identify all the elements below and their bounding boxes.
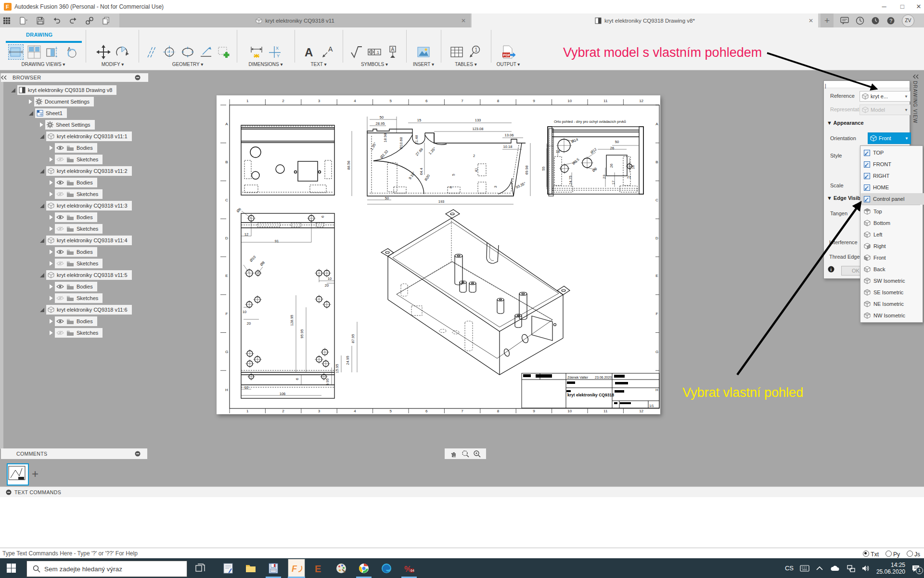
- orientation-option-right[interactable]: RIGHT: [861, 170, 924, 182]
- browser-row[interactable]: Bodies: [50, 143, 97, 153]
- command-input-hint[interactable]: Type Text Commands Here - Type '?' or '?…: [2, 550, 138, 557]
- browser-row[interactable]: kryt elektroniky CQ9318 v11:4: [40, 236, 132, 245]
- feature-control-frame-icon[interactable]: .1: [367, 45, 382, 59]
- add-sheet-button[interactable]: +: [32, 467, 38, 481]
- expand-arrow-icon[interactable]: [50, 284, 53, 289]
- base-view-icon[interactable]: [9, 45, 23, 59]
- browser-row[interactable]: kryt elektroniky CQ9318 v11:6: [40, 305, 132, 315]
- ribbon-group-label[interactable]: MODIFY ▾: [89, 62, 137, 67]
- centerline-icon[interactable]: [144, 45, 158, 59]
- browser-row[interactable]: Bodies: [50, 316, 97, 326]
- tab-close-icon[interactable]: ✕: [461, 17, 466, 24]
- browser-header[interactable]: BROWSER: [1, 73, 148, 82]
- mode-txt[interactable]: Txt: [863, 550, 879, 558]
- orientation-option-ne-isometric[interactable]: NE Isometric: [861, 298, 924, 310]
- tab-drawing-document[interactable]: kryt elektroniky CQ9318 Drawing v8* ✕: [472, 13, 818, 27]
- onedrive-cloud-icon[interactable]: [830, 565, 840, 572]
- orientation-option-back[interactable]: Back: [861, 263, 924, 275]
- browser-row[interactable]: kryt elektroniky CQ9318 Drawing v8: [11, 85, 116, 95]
- visibility-icon[interactable]: [56, 215, 64, 220]
- rotate-view-icon[interactable]: [115, 45, 129, 59]
- zoom-icon[interactable]: [473, 450, 481, 458]
- browser-row[interactable]: Sketches: [50, 189, 103, 199]
- save-icon[interactable]: [37, 17, 44, 25]
- close-button[interactable]: ✕: [911, 2, 924, 12]
- corel-icon[interactable]: %64: [402, 562, 416, 575]
- insert-image-icon[interactable]: [416, 45, 431, 59]
- ribbon-group-label[interactable]: TEXT ▾: [296, 62, 341, 67]
- detail-view-icon[interactable]: A: [64, 45, 78, 59]
- visibility-icon[interactable]: [56, 180, 64, 185]
- browser-row[interactable]: Bodies: [50, 178, 97, 187]
- ribbon-group-label[interactable]: DIMENSIONS ▾: [239, 62, 293, 67]
- orientation-option-left[interactable]: Left: [861, 229, 924, 240]
- mode-js[interactable]: Js: [907, 550, 920, 558]
- expand-arrow-icon[interactable]: [50, 226, 53, 231]
- edge-visibility-header[interactable]: ▼ Edge Visib: [827, 195, 860, 201]
- collapse-arrow-icon[interactable]: [11, 88, 15, 92]
- text-icon[interactable]: A: [302, 45, 317, 59]
- ribbon-group-label[interactable]: SYMBOLS ▾: [345, 62, 404, 67]
- expand-arrow-icon[interactable]: [50, 319, 53, 324]
- drawing-sheet[interactable]: 112233445566778899101011111212AABBCCDDEE…: [217, 95, 660, 414]
- copy-icon[interactable]: [102, 17, 110, 25]
- maximize-button[interactable]: □: [895, 2, 910, 12]
- ribbon-group-label[interactable]: GEOMETRY ▾: [141, 62, 235, 67]
- expand-arrow-icon[interactable]: [50, 296, 53, 301]
- paint-icon[interactable]: [334, 562, 348, 575]
- mode-py[interactable]: Py: [886, 550, 900, 558]
- orientation-option-home[interactable]: HOME: [861, 182, 924, 193]
- zoom-window-icon[interactable]: [462, 450, 469, 458]
- notes-icon[interactable]: [221, 562, 235, 575]
- visibility-icon[interactable]: [56, 284, 64, 289]
- collapse-icon[interactable]: [1, 75, 7, 80]
- ribbon-group-label[interactable]: INSERT ▾: [408, 62, 439, 67]
- palette-dock-tab[interactable]: DRAWING VIEW: [911, 72, 921, 128]
- chevron-up-icon[interactable]: [816, 566, 823, 571]
- visibility-icon[interactable]: [56, 226, 64, 231]
- orientation-option-right[interactable]: Right: [861, 240, 924, 252]
- collapse-circle-icon[interactable]: [6, 489, 12, 495]
- text-commands-header[interactable]: TEXT COMMANDS: [0, 486, 924, 498]
- projected-view-icon[interactable]: [27, 45, 41, 59]
- share-link-icon[interactable]: [86, 17, 93, 25]
- expand-arrow-icon[interactable]: [50, 157, 53, 162]
- browser-row[interactable]: Sheet1: [29, 108, 67, 118]
- browser-row[interactable]: Bodies: [50, 212, 97, 222]
- visibility-icon[interactable]: [56, 192, 64, 197]
- browser-row[interactable]: Sketches: [50, 224, 103, 234]
- workspace-tab-drawing[interactable]: DRAWING: [26, 32, 52, 38]
- comments-panel[interactable]: COMMENTS: [1, 448, 147, 459]
- job-status-icon[interactable]: [856, 16, 864, 25]
- section-view-icon[interactable]: [45, 45, 60, 59]
- visibility-icon[interactable]: [56, 157, 64, 162]
- save-manager-icon[interactable]: [267, 562, 280, 575]
- file-new-icon[interactable]: [19, 17, 28, 25]
- expand-arrow-icon[interactable]: [40, 122, 43, 127]
- browser-row[interactable]: Sheet Settings: [40, 120, 95, 130]
- browser-row[interactable]: Sketches: [50, 293, 103, 303]
- collapse-arrow-icon[interactable]: [40, 169, 44, 173]
- expand-arrow-icon[interactable]: [50, 192, 53, 197]
- visibility-icon[interactable]: [56, 296, 64, 301]
- center-mark-icon[interactable]: [162, 45, 177, 59]
- browser-row[interactable]: kryt elektroniky CQ9318 v11:3: [40, 201, 132, 210]
- appearance-header[interactable]: ▼ Appearance: [827, 120, 864, 126]
- files-icon[interactable]: [244, 562, 257, 575]
- info-icon[interactable]: i: [828, 266, 834, 273]
- notifications-clock-icon[interactable]: [871, 16, 880, 25]
- new-tab-button[interactable]: +: [821, 13, 834, 27]
- leader-text-icon[interactable]: A: [321, 45, 335, 59]
- browser-row[interactable]: Sketches: [50, 259, 103, 268]
- comment-bubble-icon[interactable]: [840, 17, 849, 25]
- browser-row[interactable]: Sketches: [50, 155, 103, 164]
- expand-arrow-icon[interactable]: [29, 99, 32, 104]
- keyboard-icon[interactable]: [800, 565, 809, 572]
- volume-icon[interactable]: [861, 565, 870, 572]
- pan-hand-icon[interactable]: [450, 450, 458, 458]
- browser-row[interactable]: Document Settings: [29, 97, 94, 106]
- visibility-icon[interactable]: [56, 250, 64, 254]
- collapse-arrow-icon[interactable]: [40, 238, 44, 243]
- collapse-arrow-icon[interactable]: [40, 308, 44, 312]
- visibility-icon[interactable]: [56, 145, 64, 150]
